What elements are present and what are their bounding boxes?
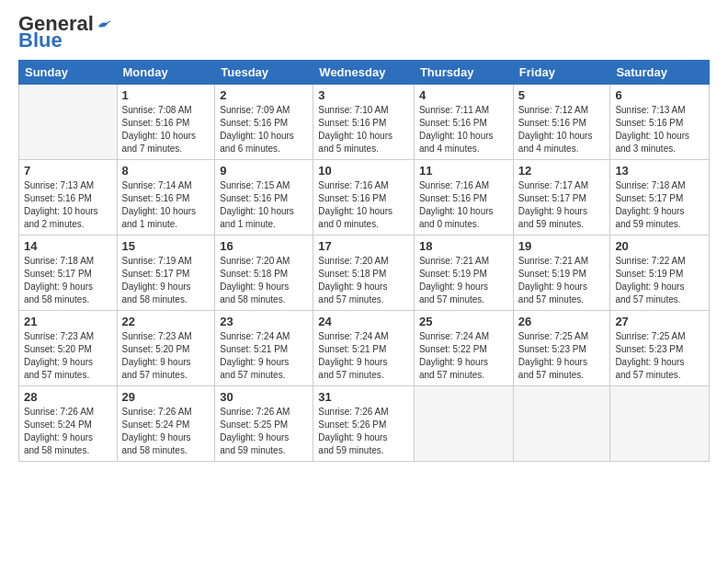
day-cell: 16Sunrise: 7:20 AM Sunset: 5:18 PM Dayli… — [215, 236, 313, 311]
day-detail: Sunrise: 7:24 AM Sunset: 5:21 PM Dayligh… — [220, 330, 308, 382]
day-number: 1 — [122, 88, 210, 102]
header-sunday: Sunday — [19, 61, 118, 85]
week-row-2: 7Sunrise: 7:13 AM Sunset: 5:16 PM Daylig… — [19, 160, 710, 236]
logo: General Blue — [18, 14, 112, 51]
page: General Blue SundayMondayTuesdayWednesda… — [0, 0, 728, 563]
day-detail: Sunrise: 7:20 AM Sunset: 5:18 PM Dayligh… — [220, 255, 308, 306]
day-number: 12 — [518, 164, 606, 178]
day-cell — [513, 386, 610, 462]
header-saturday: Saturday — [610, 61, 710, 85]
day-cell: 9Sunrise: 7:15 AM Sunset: 5:16 PM Daylig… — [215, 160, 313, 236]
day-number: 10 — [318, 164, 409, 178]
day-number: 28 — [24, 390, 112, 404]
day-number: 25 — [419, 315, 508, 328]
day-number: 19 — [518, 239, 606, 253]
day-cell: 13Sunrise: 7:18 AM Sunset: 5:17 PM Dayli… — [610, 160, 710, 236]
day-cell: 30Sunrise: 7:26 AM Sunset: 5:25 PM Dayli… — [215, 386, 313, 462]
day-detail: Sunrise: 7:13 AM Sunset: 5:16 PM Dayligh… — [615, 104, 704, 155]
day-detail: Sunrise: 7:15 AM Sunset: 5:16 PM Dayligh… — [220, 179, 308, 231]
day-cell: 23Sunrise: 7:24 AM Sunset: 5:21 PM Dayli… — [215, 311, 313, 386]
day-detail: Sunrise: 7:24 AM Sunset: 5:21 PM Dayligh… — [318, 330, 409, 382]
day-cell: 10Sunrise: 7:16 AM Sunset: 5:16 PM Dayli… — [313, 160, 415, 236]
day-detail: Sunrise: 7:09 AM Sunset: 5:16 PM Dayligh… — [220, 104, 308, 155]
day-number: 27 — [615, 315, 704, 328]
day-cell: 2Sunrise: 7:09 AM Sunset: 5:16 PM Daylig… — [215, 85, 313, 160]
day-cell: 28Sunrise: 7:26 AM Sunset: 5:24 PM Dayli… — [19, 386, 118, 462]
day-detail: Sunrise: 7:08 AM Sunset: 5:16 PM Dayligh… — [122, 104, 210, 155]
day-detail: Sunrise: 7:21 AM Sunset: 5:19 PM Dayligh… — [518, 255, 606, 306]
day-number: 22 — [122, 315, 210, 328]
day-number: 24 — [318, 315, 409, 328]
day-number: 20 — [615, 239, 704, 253]
day-cell: 25Sunrise: 7:24 AM Sunset: 5:22 PM Dayli… — [414, 311, 513, 386]
day-detail: Sunrise: 7:26 AM Sunset: 5:26 PM Dayligh… — [318, 406, 409, 457]
day-number: 23 — [220, 315, 308, 328]
day-cell — [414, 386, 513, 462]
week-row-4: 21Sunrise: 7:23 AM Sunset: 5:20 PM Dayli… — [19, 311, 710, 386]
day-number: 31 — [318, 390, 409, 404]
day-detail: Sunrise: 7:18 AM Sunset: 5:17 PM Dayligh… — [615, 179, 704, 231]
day-number: 21 — [24, 315, 112, 328]
day-cell: 6Sunrise: 7:13 AM Sunset: 5:16 PM Daylig… — [610, 85, 710, 160]
header-wednesday: Wednesday — [313, 61, 415, 85]
header-monday: Monday — [117, 61, 215, 85]
day-cell: 24Sunrise: 7:24 AM Sunset: 5:21 PM Dayli… — [313, 311, 415, 386]
day-cell: 1Sunrise: 7:08 AM Sunset: 5:16 PM Daylig… — [117, 85, 215, 160]
day-number: 15 — [122, 239, 210, 253]
day-cell: 3Sunrise: 7:10 AM Sunset: 5:16 PM Daylig… — [313, 85, 415, 160]
day-cell: 7Sunrise: 7:13 AM Sunset: 5:16 PM Daylig… — [19, 160, 118, 236]
day-number: 16 — [220, 239, 308, 253]
day-cell — [610, 386, 710, 462]
header-tuesday: Tuesday — [215, 61, 313, 85]
day-detail: Sunrise: 7:20 AM Sunset: 5:18 PM Dayligh… — [318, 255, 409, 306]
day-cell: 21Sunrise: 7:23 AM Sunset: 5:20 PM Dayli… — [19, 311, 118, 386]
day-detail: Sunrise: 7:16 AM Sunset: 5:16 PM Dayligh… — [318, 179, 409, 231]
day-detail: Sunrise: 7:18 AM Sunset: 5:17 PM Dayligh… — [24, 255, 112, 306]
day-cell: 29Sunrise: 7:26 AM Sunset: 5:24 PM Dayli… — [117, 386, 215, 462]
day-detail: Sunrise: 7:26 AM Sunset: 5:25 PM Dayligh… — [220, 406, 308, 457]
day-cell: 22Sunrise: 7:23 AM Sunset: 5:20 PM Dayli… — [117, 311, 215, 386]
day-cell: 19Sunrise: 7:21 AM Sunset: 5:19 PM Dayli… — [513, 236, 610, 311]
day-detail: Sunrise: 7:14 AM Sunset: 5:16 PM Dayligh… — [122, 179, 210, 231]
week-row-5: 28Sunrise: 7:26 AM Sunset: 5:24 PM Dayli… — [19, 386, 710, 462]
day-number: 9 — [220, 164, 308, 178]
day-detail: Sunrise: 7:17 AM Sunset: 5:17 PM Dayligh… — [518, 179, 606, 231]
day-number: 7 — [24, 164, 112, 178]
day-detail: Sunrise: 7:26 AM Sunset: 5:24 PM Dayligh… — [122, 406, 210, 457]
day-detail: Sunrise: 7:23 AM Sunset: 5:20 PM Dayligh… — [122, 330, 210, 382]
week-row-1: 1Sunrise: 7:08 AM Sunset: 5:16 PM Daylig… — [19, 85, 710, 160]
day-cell: 12Sunrise: 7:17 AM Sunset: 5:17 PM Dayli… — [513, 160, 610, 236]
day-cell: 8Sunrise: 7:14 AM Sunset: 5:16 PM Daylig… — [117, 160, 215, 236]
day-number: 4 — [419, 88, 508, 102]
day-number: 8 — [122, 164, 210, 178]
day-cell: 17Sunrise: 7:20 AM Sunset: 5:18 PM Dayli… — [313, 236, 415, 311]
day-detail: Sunrise: 7:10 AM Sunset: 5:16 PM Dayligh… — [318, 104, 409, 155]
day-detail: Sunrise: 7:21 AM Sunset: 5:19 PM Dayligh… — [419, 255, 508, 306]
day-detail: Sunrise: 7:25 AM Sunset: 5:23 PM Dayligh… — [518, 330, 606, 382]
day-cell — [19, 85, 118, 160]
week-row-3: 14Sunrise: 7:18 AM Sunset: 5:17 PM Dayli… — [19, 236, 710, 311]
day-number: 14 — [24, 239, 112, 253]
day-cell: 11Sunrise: 7:16 AM Sunset: 5:16 PM Dayli… — [414, 160, 513, 236]
header-thursday: Thursday — [414, 61, 513, 85]
header-friday: Friday — [513, 61, 610, 85]
day-number: 18 — [419, 239, 508, 253]
day-cell: 15Sunrise: 7:19 AM Sunset: 5:17 PM Dayli… — [117, 236, 215, 311]
day-cell: 18Sunrise: 7:21 AM Sunset: 5:19 PM Dayli… — [414, 236, 513, 311]
day-cell: 20Sunrise: 7:22 AM Sunset: 5:19 PM Dayli… — [610, 236, 710, 311]
day-number: 30 — [220, 390, 308, 404]
logo-bird-icon — [96, 16, 112, 32]
day-detail: Sunrise: 7:23 AM Sunset: 5:20 PM Dayligh… — [24, 330, 112, 382]
calendar-table: SundayMondayTuesdayWednesdayThursdayFrid… — [18, 60, 710, 462]
day-number: 3 — [318, 88, 409, 102]
day-number: 17 — [318, 239, 409, 253]
day-detail: Sunrise: 7:19 AM Sunset: 5:17 PM Dayligh… — [122, 255, 210, 306]
day-number: 6 — [615, 88, 704, 102]
day-detail: Sunrise: 7:22 AM Sunset: 5:19 PM Dayligh… — [615, 255, 704, 306]
day-detail: Sunrise: 7:24 AM Sunset: 5:22 PM Dayligh… — [419, 330, 508, 382]
day-detail: Sunrise: 7:13 AM Sunset: 5:16 PM Dayligh… — [24, 179, 112, 231]
day-number: 13 — [615, 164, 704, 178]
day-cell: 26Sunrise: 7:25 AM Sunset: 5:23 PM Dayli… — [513, 311, 610, 386]
day-detail: Sunrise: 7:16 AM Sunset: 5:16 PM Dayligh… — [419, 179, 508, 231]
day-detail: Sunrise: 7:26 AM Sunset: 5:24 PM Dayligh… — [24, 406, 112, 457]
